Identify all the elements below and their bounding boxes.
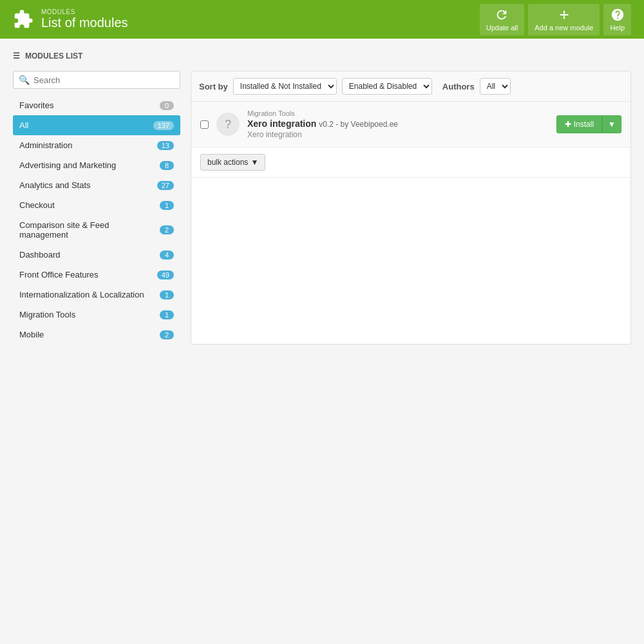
bulk-actions-label: bulk actions bbox=[207, 158, 248, 167]
sidebar-item-label-advertising: Advertising and Marketing bbox=[19, 160, 116, 170]
top-bar: MODULES List of modules Update all Add a… bbox=[0, 0, 644, 39]
refresh-icon bbox=[495, 8, 509, 22]
install-button[interactable]: ✚ Install bbox=[556, 115, 602, 133]
sidebar-item-label-intl: Internationalization & Localization bbox=[19, 290, 144, 299]
module-icon: ? bbox=[216, 113, 240, 136]
caret-down-icon: ▼ bbox=[608, 120, 616, 129]
section-title: MODULES LIST bbox=[25, 52, 82, 61]
module-name: Xero integration v0.2 - by Veebipoed.ee bbox=[247, 118, 549, 129]
sidebar-item-advertising[interactable]: Advertising and Marketing8 bbox=[13, 155, 180, 175]
sidebar-item-label-analytics: Analytics and Stats bbox=[19, 180, 91, 190]
modules-subtitle: MODULES bbox=[41, 8, 128, 15]
search-icon: 🔍 bbox=[19, 75, 30, 85]
grid-icon: ☰ bbox=[13, 52, 20, 61]
sidebar: 🔍 Favorites0All137Administration13Advert… bbox=[13, 71, 180, 345]
sidebar-badge-all: 137 bbox=[153, 121, 174, 130]
sidebar-item-administration[interactable]: Administration13 bbox=[13, 135, 180, 155]
sidebar-items: Favorites0All137Administration13Advertis… bbox=[13, 95, 180, 345]
sidebar-item-all[interactable]: All137 bbox=[13, 115, 180, 135]
sidebar-item-label-dashboard: Dashboard bbox=[19, 250, 61, 260]
sidebar-badge-checkout: 1 bbox=[160, 201, 174, 210]
help-button[interactable]: Help bbox=[603, 4, 631, 35]
section-header: ☰ MODULES LIST bbox=[13, 52, 631, 61]
sidebar-item-label-migration: Migration Tools bbox=[19, 310, 75, 319]
top-bar-titles: MODULES List of modules bbox=[41, 8, 128, 30]
update-all-button[interactable]: Update all bbox=[480, 4, 525, 35]
sidebar-badge-intl: 1 bbox=[160, 290, 174, 299]
sidebar-item-label-comparison: Comparison site & Feed management bbox=[19, 220, 160, 240]
question-icon bbox=[611, 8, 625, 22]
sidebar-item-analytics[interactable]: Analytics and Stats27 bbox=[13, 175, 180, 195]
sidebar-item-label-all: All bbox=[19, 120, 28, 130]
sort-installed-select[interactable]: Installed & Not Installed bbox=[233, 78, 337, 95]
sidebar-item-label-front-office: Front Office Features bbox=[19, 270, 99, 279]
search-input[interactable] bbox=[33, 75, 175, 85]
sidebar-item-migration[interactable]: Migration Tools1 bbox=[13, 305, 180, 325]
main-panel: Sort by Installed & Not Installed Enable… bbox=[191, 71, 631, 345]
module-actions: ✚ Install ▼ bbox=[556, 115, 621, 133]
sidebar-badge-analytics: 27 bbox=[157, 181, 174, 190]
sidebar-item-favorites[interactable]: Favorites0 bbox=[13, 95, 180, 115]
sort-enabled-select[interactable]: Enabled & Disabled bbox=[342, 78, 432, 95]
add-module-button[interactable]: Add a new module bbox=[528, 4, 600, 35]
module-description: Xero integration bbox=[247, 130, 549, 139]
module-info: Migration Tools Xero integration v0.2 - … bbox=[247, 109, 549, 139]
bulk-actions-button[interactable]: bulk actions ▼ bbox=[200, 154, 265, 171]
bulk-actions-bar: bulk actions ▼ bbox=[191, 147, 630, 178]
sidebar-item-checkout[interactable]: Checkout1 bbox=[13, 195, 180, 215]
module-item: ? Migration Tools Xero integration v0.2 … bbox=[191, 102, 630, 147]
install-dropdown-button[interactable]: ▼ bbox=[602, 115, 621, 133]
sidebar-item-front-office[interactable]: Front Office Features49 bbox=[13, 265, 180, 285]
sidebar-badge-advertising: 8 bbox=[160, 161, 174, 170]
sidebar-item-label-favorites: Favorites bbox=[19, 100, 53, 110]
main-content: ☰ MODULES LIST 🔍 Favorites0All137Adminis… bbox=[0, 39, 644, 357]
puzzle-icon bbox=[13, 9, 33, 30]
sidebar-badge-comparison: 2 bbox=[160, 225, 174, 234]
filters-bar: Sort by Installed & Not Installed Enable… bbox=[191, 71, 630, 102]
modules-list-container: 🔍 Favorites0All137Administration13Advert… bbox=[13, 71, 631, 345]
update-all-label: Update all bbox=[486, 24, 518, 32]
sidebar-badge-favorites: 0 bbox=[160, 101, 174, 110]
module-version: v0.2 - by Veebipoed.ee bbox=[319, 120, 398, 129]
sidebar-item-mobile[interactable]: Mobile2 bbox=[13, 325, 180, 345]
sidebar-badge-dashboard: 4 bbox=[160, 251, 174, 260]
sort-by-label: Sort by bbox=[199, 82, 228, 91]
authors-label: Authors bbox=[442, 82, 475, 91]
sidebar-item-label-mobile: Mobile bbox=[19, 330, 44, 339]
top-bar-right: Update all Add a new module Help bbox=[480, 4, 631, 35]
sidebar-item-dashboard[interactable]: Dashboard4 bbox=[13, 245, 180, 265]
page-title: List of modules bbox=[41, 15, 128, 30]
sidebar-badge-mobile: 2 bbox=[160, 330, 174, 339]
module-category: Migration Tools bbox=[247, 109, 549, 117]
sidebar-badge-administration: 13 bbox=[157, 141, 174, 150]
module-checkbox[interactable] bbox=[200, 120, 209, 129]
help-label: Help bbox=[610, 24, 625, 32]
sidebar-badge-front-office: 49 bbox=[157, 270, 174, 279]
sidebar-item-intl[interactable]: Internationalization & Localization1 bbox=[13, 285, 180, 305]
search-box: 🔍 bbox=[13, 71, 180, 89]
authors-select[interactable]: All bbox=[480, 78, 511, 95]
sidebar-item-label-administration: Administration bbox=[19, 140, 72, 150]
add-module-label: Add a new module bbox=[535, 24, 593, 32]
sidebar-badge-migration: 1 bbox=[160, 310, 174, 319]
sidebar-item-label-checkout: Checkout bbox=[19, 200, 55, 210]
plus-icon bbox=[557, 8, 571, 22]
install-label: Install bbox=[574, 120, 594, 129]
bulk-caret-icon: ▼ bbox=[251, 158, 258, 167]
install-plus-icon: ✚ bbox=[565, 120, 571, 129]
top-bar-left: MODULES List of modules bbox=[13, 8, 128, 30]
sidebar-item-comparison[interactable]: Comparison site & Feed management2 bbox=[13, 215, 180, 245]
